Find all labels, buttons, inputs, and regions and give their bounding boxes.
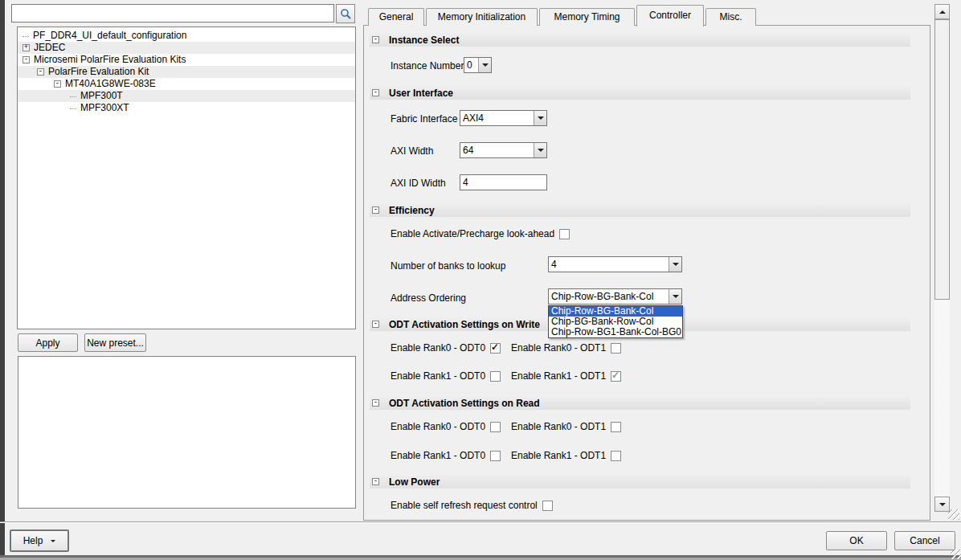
- pane-resize-grip[interactable]: [948, 509, 959, 520]
- tree-item-label: PF_DDR4_UI_default_configuration: [33, 30, 186, 42]
- address-ordering-dropdown-list: Chip-Row-BG-Bank-Col Chip-BG-Bank-Row-Co…: [548, 305, 683, 338]
- window-edge-bottom: [0, 555, 961, 560]
- banks-lookup-select[interactable]: 4: [548, 256, 682, 272]
- preset-search-input[interactable]: [11, 4, 334, 22]
- odt-read-rank1-odt0-row: Enable Rank1 - ODT0: [391, 450, 501, 461]
- collapse-icon[interactable]: -: [372, 399, 379, 407]
- tree-leaf-connector: [22, 36, 29, 37]
- instance-number-value: 0: [467, 58, 477, 72]
- self-refresh-row: Enable self refresh request control: [391, 500, 553, 511]
- collapse-icon[interactable]: -: [372, 321, 379, 328]
- section-title: ODT Activation Settings on Write: [389, 319, 540, 330]
- checkbox-label: Enable Rank0 - ODT0: [391, 421, 485, 432]
- tree-item-pf-ddr4-default[interactable]: PF_DDR4_UI_default_configuration: [18, 30, 355, 42]
- tree-leaf-connector: [70, 108, 76, 109]
- section-title: Instance Select: [389, 35, 459, 46]
- tree-collapse-icon[interactable]: -: [37, 68, 44, 76]
- apply-button[interactable]: Apply: [18, 333, 78, 352]
- window-resize-grip[interactable]: [951, 550, 961, 559]
- odt-read-rank1-odt1-checkbox[interactable]: [611, 451, 621, 461]
- triangle-down-icon: [939, 503, 946, 509]
- tree-item-mpf300t[interactable]: MPF300T: [18, 90, 355, 102]
- chevron-down-icon[interactable]: [478, 58, 491, 72]
- tab-controller[interactable]: Controller: [636, 5, 704, 27]
- section-title: ODT Activation Settings on Read: [389, 398, 540, 409]
- lookahead-checkbox[interactable]: [559, 229, 570, 239]
- tree-expand-icon[interactable]: +: [22, 44, 30, 51]
- chevron-down-icon[interactable]: [534, 143, 546, 157]
- instance-number-select[interactable]: 0: [464, 57, 492, 73]
- tree-item-mt40a1g8we[interactable]: - MT40A1G8WE-083E: [18, 78, 355, 90]
- section-header-low-power: - Low Power: [370, 475, 910, 488]
- collapse-icon[interactable]: -: [372, 478, 379, 485]
- chevron-down-icon[interactable]: [669, 257, 681, 272]
- scroll-up-button[interactable]: [934, 4, 950, 19]
- window-edge-left: [0, 0, 5, 560]
- odt-write-rank0-odt0-row: Enable Rank0 - ODT0: [391, 342, 501, 354]
- address-ordering-select[interactable]: Chip-Row-BG-Bank-Col: [548, 288, 682, 305]
- scroll-down-button[interactable]: [934, 497, 950, 512]
- collapse-icon[interactable]: -: [372, 89, 379, 96]
- checkbox-label: Enable Rank1 - ODT1: [511, 450, 606, 461]
- axi-width-select[interactable]: 64: [460, 142, 547, 158]
- odt-write-rank0-odt0-checkbox[interactable]: [490, 343, 501, 354]
- odt-read-rank1-odt0-checkbox[interactable]: [490, 451, 501, 461]
- odt-read-rank0-odt1-checkbox[interactable]: [611, 422, 621, 432]
- tab-general[interactable]: General: [368, 8, 424, 26]
- chevron-down-icon: [51, 540, 55, 545]
- tree-item-microsemi-kits[interactable]: - Microsemi PolarFire Evaluation Kits: [18, 54, 355, 66]
- banks-lookup-label: Number of banks to lookup: [391, 260, 505, 272]
- tab-misc[interactable]: Misc.: [705, 8, 756, 26]
- chevron-down-icon[interactable]: [534, 111, 546, 125]
- vertical-scrollbar[interactable]: [934, 4, 950, 512]
- instance-number-label: Instance Number: [391, 60, 464, 72]
- ok-button[interactable]: OK: [826, 531, 887, 550]
- collapse-icon[interactable]: -: [372, 36, 379, 43]
- odt-read-rank1-odt1-row: Enable Rank1 - ODT1: [511, 450, 621, 461]
- odt-write-rank1-odt1-checkbox[interactable]: [611, 371, 621, 382]
- checkbox-label: Enable Rank0 - ODT0: [391, 342, 485, 354]
- tab-memory-initialization[interactable]: Memory Initialization: [426, 8, 538, 26]
- axi-id-width-field[interactable]: [460, 174, 547, 190]
- collapse-icon[interactable]: -: [372, 206, 379, 214]
- scrollbar-thumb[interactable]: [934, 19, 950, 300]
- address-ordering-label: Address Ordering: [391, 292, 466, 304]
- tree-item-label: MPF300XT: [80, 102, 129, 114]
- tree-collapse-icon[interactable]: -: [54, 80, 61, 88]
- axi-width-value: 64: [463, 143, 533, 157]
- odt-read-rank0-odt0-row: Enable Rank0 - ODT0: [391, 421, 501, 432]
- search-button[interactable]: [336, 4, 355, 23]
- odt-write-rank1-odt1-row: Enable Rank1 - ODT1: [511, 370, 621, 382]
- preset-tree: PF_DDR4_UI_default_configuration + JEDEC…: [17, 27, 356, 329]
- section-header-odt-read: - ODT Activation Settings on Read: [370, 396, 910, 410]
- tree-item-label: MT40A1G8WE-083E: [65, 78, 156, 90]
- tree-item-polarfire-eval-kit[interactable]: - PolarFire Evaluation Kit: [18, 66, 355, 78]
- dropdown-option-chip-row-bg1-bank-col-bg0[interactable]: Chip-Row-BG1-Bank-Col-BG0: [549, 327, 682, 337]
- odt-write-rank0-odt1-row: Enable Rank0 - ODT1: [511, 342, 621, 354]
- section-header-instance-select: - Instance Select: [370, 33, 910, 47]
- odt-write-rank1-odt0-checkbox[interactable]: [490, 371, 501, 382]
- fabric-interface-select[interactable]: AXI4: [460, 110, 547, 126]
- section-header-efficiency: - Efficiency: [370, 203, 910, 217]
- odt-read-rank0-odt1-row: Enable Rank0 - ODT1: [511, 421, 621, 432]
- checkbox-label: Enable Rank1 - ODT1: [511, 370, 606, 382]
- tree-collapse-icon[interactable]: -: [22, 56, 30, 63]
- fabric-interface-label: Fabric Interface: [391, 113, 457, 125]
- odt-read-rank0-odt0-checkbox[interactable]: [490, 422, 501, 432]
- odt-write-rank0-odt1-checkbox[interactable]: [611, 343, 621, 354]
- cancel-button[interactable]: Cancel: [894, 531, 955, 550]
- footer-divider: [0, 521, 961, 523]
- self-refresh-checkbox[interactable]: [542, 501, 553, 511]
- axi-width-label: AXI Width: [391, 145, 433, 157]
- help-button[interactable]: Help: [10, 529, 69, 552]
- tree-item-mpf300xt[interactable]: MPF300XT: [18, 102, 355, 114]
- tab-memory-timing[interactable]: Memory Timing: [539, 8, 635, 26]
- banks-lookup-value: 4: [551, 257, 668, 272]
- fabric-interface-value: AXI4: [463, 111, 533, 125]
- checkbox-label: Enable Rank0 - ODT1: [511, 421, 606, 432]
- tree-item-label: Microsemi PolarFire Evaluation Kits: [34, 54, 186, 66]
- tree-item-jedec[interactable]: + JEDEC: [18, 42, 355, 54]
- checkbox-label: Enable Rank1 - ODT0: [391, 450, 485, 461]
- new-preset-button[interactable]: New preset...: [84, 333, 146, 352]
- chevron-down-icon[interactable]: [669, 289, 681, 304]
